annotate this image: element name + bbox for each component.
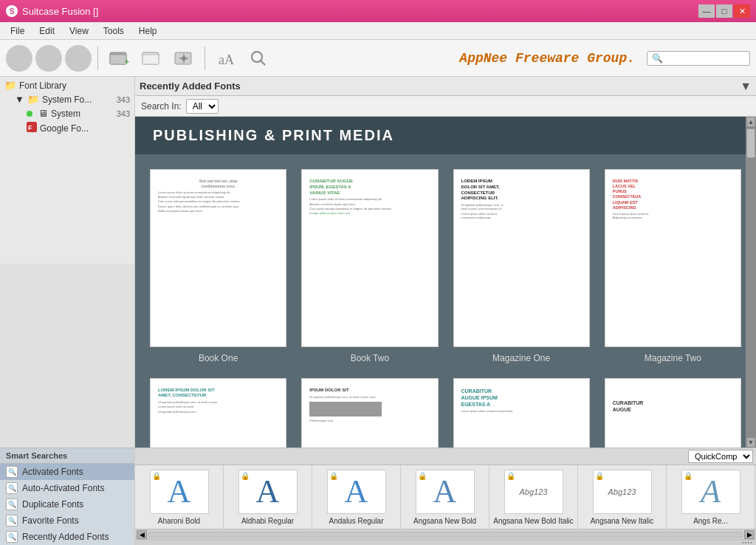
preview-img-mag-three: CURABITURAUGUE IPSUMEGESTAS A Lorem ipsu… <box>453 378 590 448</box>
search-input[interactable] <box>663 53 744 64</box>
folder-icon: 📁 <box>4 80 16 91</box>
font-letter-angsana-bold: A <box>433 476 457 508</box>
font-name-angsana-bold-italic: Angsana New Bold Italic <box>492 517 574 525</box>
scroll-down-btn[interactable]: ▼ <box>746 437 755 448</box>
preview-img-mag-two: DUIS MATTISLACUS VELPURUSCONSECTEUALIQUA… <box>605 169 741 347</box>
lock-icon-andalus: 🔒 <box>329 472 338 480</box>
preview-card-book-one[interactable]: Sed sed nisl est, vitaecondimentum urna.… <box>150 169 286 363</box>
scroll-track <box>746 127 756 437</box>
section-header: PUBLISHING & PRINT MEDIA <box>135 117 756 154</box>
google-fonts-label: Google Fo... <box>40 123 130 134</box>
preview-card-mag-three[interactable]: CURABITURAUGUE IPSUMEGESTAS A Lorem ipsu… <box>453 378 590 448</box>
smart-item-favorite[interactable]: 🔍 Favorite Fonts <box>0 513 134 529</box>
smart-label-favorite: Favorite Fonts <box>22 515 79 526</box>
sidebar-system[interactable]: 🖥 System 343 <box>0 106 134 120</box>
search-in-select[interactable]: All <box>186 99 219 114</box>
font-text-angsana-i: Abg123 <box>608 487 636 496</box>
preview-img-mag-one: LOREM IPSUMDOLOR SIT AMET,CONSECTETURADI… <box>453 169 590 347</box>
toolbar-btn-2[interactable] <box>35 45 62 72</box>
search-box[interactable]: 🔍 <box>647 51 750 66</box>
quickcomp-bar: QuickComp <box>135 448 756 465</box>
hscroll-left-btn[interactable]: ◀ <box>137 530 147 539</box>
new-folder-button[interactable] <box>137 45 166 72</box>
preview-img-book-one: Sed sed nisl est, vitaecondimentum urna.… <box>150 169 286 347</box>
active-indicator <box>27 111 32 117</box>
resize-dots: •••• <box>742 539 753 545</box>
scroll-thumb[interactable] <box>746 128 755 158</box>
font-item-aharoni[interactable]: 🔒 A Aharoni Bold <box>135 465 224 529</box>
font-library-label: Font Library <box>19 80 130 91</box>
svg-text:F: F <box>28 124 32 131</box>
font-item-andalus[interactable]: 🔒 A Andalus Regular <box>312 465 401 529</box>
hscroll-track[interactable] <box>148 532 743 538</box>
preview-card-book-three[interactable]: LOREM IPSUM DOLOR SITAMET, CONSECTETUR U… <box>150 378 286 448</box>
settings-button[interactable] <box>169 45 199 72</box>
smart-icon-favorite: 🔍 <box>6 515 18 527</box>
quickcomp-select[interactable]: QuickComp <box>688 450 753 463</box>
resize-handle[interactable]: •••• <box>135 539 756 545</box>
svg-line-13 <box>261 61 265 65</box>
font-name-angsana-italic: Angsana New Italic <box>581 517 663 525</box>
menu-view[interactable]: View <box>62 24 96 38</box>
minimize-button[interactable]: — <box>698 4 715 18</box>
lock-icon-angsana-bi: 🔒 <box>506 472 515 480</box>
font-item-angsana-italic[interactable]: 🔒 Abg123 Angsana New Italic <box>578 465 667 529</box>
menu-help[interactable]: Help <box>131 24 165 38</box>
add-font-folder-button[interactable]: + <box>104 45 134 72</box>
search-fonts-button[interactable] <box>244 45 273 72</box>
toolbar-btn-1[interactable] <box>6 45 32 72</box>
window-controls[interactable]: — □ ✕ <box>698 4 750 18</box>
svg-point-12 <box>252 52 262 62</box>
preview-card-mag-one[interactable]: LOREM IPSUMDOLOR SIT AMET,CONSECTETURADI… <box>453 169 590 363</box>
google-icon: F <box>27 122 37 134</box>
sys-folder-icon: 📁 <box>27 94 39 105</box>
preview-card-mag-four[interactable]: CURABITURAUGUE Magazine Four <box>605 378 741 448</box>
toolbar-btn-3[interactable] <box>65 45 92 72</box>
hscroll-right-btn[interactable]: ▶ <box>744 530 755 539</box>
smart-item-auto-activated[interactable]: 🔍 Auto-Activated Fonts <box>0 480 134 496</box>
app-title: Suitcase Fusion [] <box>22 6 98 17</box>
maximize-button[interactable]: □ <box>716 4 732 18</box>
font-letter-aharoni: A <box>168 476 191 508</box>
font-item-angsana-bold-italic[interactable]: 🔒 Abg123 Angsana New Bold Italic <box>489 465 578 529</box>
font-preview-angsana-italic: 🔒 Abg123 <box>593 470 652 514</box>
preview-card-book-two[interactable]: CURABITUR AUGUEIPSUM, EGESTAS AVARIUS VI… <box>301 169 438 363</box>
scroll-up-btn[interactable]: ▲ <box>746 117 755 127</box>
font-letter-andalus: A <box>345 476 368 508</box>
svg-rect-4 <box>142 55 159 64</box>
vertical-scrollbar[interactable]: ▲ ▼ <box>746 117 756 448</box>
font-preview-aldhabi: 🔒 A <box>238 470 298 514</box>
close-button[interactable]: ✕ <box>734 4 750 18</box>
content-title: Recently Added Fonts <box>140 80 734 92</box>
system-fonts-count: 343 <box>117 95 130 104</box>
font-strip: 🔒 A Aharoni Bold 🔒 A Aldhabi Regular <box>135 465 756 529</box>
app-icon: S <box>6 5 18 17</box>
toolbar-separator-1 <box>97 47 98 70</box>
lock-icon-angs-re: 🔒 <box>684 472 693 480</box>
font-preview-andalus: 🔒 A <box>327 470 386 514</box>
smart-item-duplicate[interactable]: 🔍 Duplicate Fonts <box>0 496 134 513</box>
font-item-angsana-bold[interactable]: 🔒 A Angsana New Bold <box>401 465 489 529</box>
svg-text:aA: aA <box>219 52 234 67</box>
card-label-mag-one: Magazine One <box>492 353 550 363</box>
content-expand-btn[interactable]: ▼ <box>740 80 752 93</box>
smart-item-recently-added[interactable]: 🔍 Recently Added Fonts <box>0 529 134 545</box>
menu-tools[interactable]: Tools <box>96 24 131 38</box>
sidebar-system-fonts[interactable]: ▼ 📁 System Fo... 343 <box>0 92 134 106</box>
sidebar-font-library[interactable]: 📁 Font Library <box>0 78 134 92</box>
preview-card-book-four[interactable]: IPSUM DOLOR SIT Ut egestas pellentesque … <box>301 378 438 448</box>
font-name-andalus: Andalus Regular <box>315 517 397 525</box>
font-item-angs-re[interactable]: 🔒 A Angs Re... <box>667 465 755 529</box>
brand-text: AppNee Freeware Group. <box>459 51 635 66</box>
menu-bar: File Edit View Tools Help <box>0 22 756 40</box>
lock-icon-aldhabi: 🔒 <box>241 472 250 480</box>
menu-file[interactable]: File <box>3 24 32 38</box>
horizontal-scrollbar[interactable]: ◀ ▶ <box>135 529 756 539</box>
menu-edit[interactable]: Edit <box>32 24 62 38</box>
sidebar-google-fonts[interactable]: F Google Fo... <box>0 120 134 136</box>
smart-label-recent: Recently Added Fonts <box>22 532 109 542</box>
font-preview-button[interactable]: aA <box>211 45 241 72</box>
font-item-aldhabi[interactable]: 🔒 A Aldhabi Regular <box>224 465 312 529</box>
smart-item-activated[interactable]: 🔍 Activated Fonts <box>0 464 134 480</box>
preview-card-mag-two[interactable]: DUIS MATTISLACUS VELPURUSCONSECTEUALIQUA… <box>605 169 741 363</box>
